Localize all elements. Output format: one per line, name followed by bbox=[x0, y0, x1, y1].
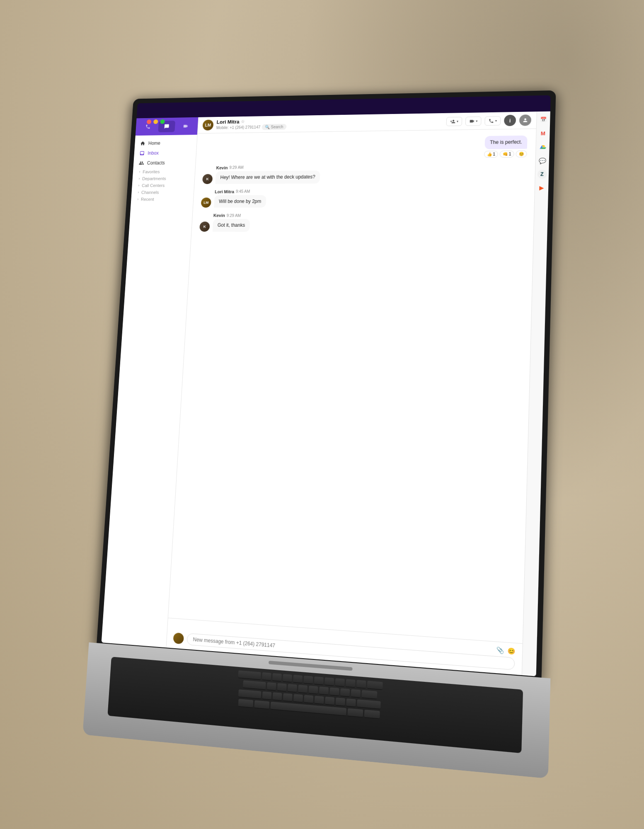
key-g bbox=[308, 686, 318, 694]
key-l bbox=[351, 689, 360, 698]
nav-section-departments[interactable]: Departments bbox=[132, 175, 195, 182]
message-3-bubble: Will be done by 2pm bbox=[214, 195, 266, 208]
input-avatar bbox=[173, 633, 184, 644]
contact-subtitle: Mobile: +1 (264) 2791147 🔍 Search bbox=[216, 124, 286, 131]
right-icon-slides[interactable]: ▶ bbox=[536, 183, 547, 193]
video-call-icon bbox=[469, 119, 475, 124]
sidebar-item-contacts[interactable]: Contacts bbox=[133, 158, 196, 168]
key-o bbox=[346, 679, 355, 688]
phone-icon bbox=[145, 124, 151, 129]
keyboard-area bbox=[107, 657, 523, 753]
key-d bbox=[287, 684, 297, 693]
phone-call-icon bbox=[488, 118, 494, 124]
key-c bbox=[283, 693, 293, 702]
traffic-light-red[interactable] bbox=[147, 119, 152, 124]
recent-label: Recent bbox=[141, 197, 154, 201]
phone-chevron: ▾ bbox=[495, 119, 497, 123]
right-icon-hangouts[interactable]: 💬 bbox=[537, 156, 548, 166]
nav-section-favorites[interactable]: Favorites bbox=[133, 167, 195, 175]
message-2-bubble: Hey! Where are we at with the deck updat… bbox=[215, 170, 320, 184]
laptop-screen-bezel: Home Inbox Contacts F bbox=[97, 90, 556, 682]
add-person-icon bbox=[450, 119, 455, 124]
sidebar-nav: Home Inbox Contacts F bbox=[131, 135, 197, 205]
right-icon-zendesk[interactable]: Z bbox=[537, 170, 547, 179]
contacts-label: Contacts bbox=[147, 160, 165, 166]
message-2-avatar: K bbox=[202, 174, 213, 184]
video-call-button[interactable]: ▾ bbox=[465, 116, 482, 126]
main-content: LM Lori Mitra ☆ Mobile: +1 (264) 2791147 bbox=[166, 112, 536, 675]
traffic-light-green[interactable] bbox=[160, 119, 165, 124]
message-1-reactions: 👍 1 👊 1 😊 bbox=[484, 150, 527, 158]
chevron-right-recent-icon bbox=[136, 198, 140, 201]
sidebar-tab-video[interactable] bbox=[177, 120, 194, 132]
message-3: LM Lori Mitra 9:45 AM Will be done by 2p… bbox=[201, 188, 526, 208]
screen-content: Home Inbox Contacts F bbox=[102, 112, 550, 676]
key-period bbox=[346, 698, 356, 707]
message-2-header: Kevin 9:29 AM bbox=[216, 165, 320, 170]
key-y bbox=[314, 676, 324, 685]
contact-avatar: LM bbox=[202, 120, 213, 131]
inbox-label: Inbox bbox=[148, 150, 159, 156]
add-participant-button[interactable]: ▾ bbox=[446, 116, 462, 126]
key-shift-r bbox=[357, 699, 381, 709]
key-p bbox=[356, 680, 366, 688]
reaction-smile[interactable]: 😊 bbox=[516, 150, 527, 158]
info-button[interactable]: i bbox=[504, 115, 516, 126]
right-icon-drive[interactable] bbox=[537, 142, 548, 152]
chevron-right-channels-icon bbox=[137, 191, 140, 194]
key-cmd-l bbox=[238, 699, 254, 708]
thumbsup-emoji: 👍 bbox=[487, 152, 492, 156]
key-h bbox=[319, 686, 328, 695]
key-e bbox=[283, 674, 292, 683]
key-m bbox=[325, 697, 334, 705]
key-comma bbox=[336, 698, 345, 706]
star-icon[interactable]: ☆ bbox=[241, 119, 245, 124]
right-icon-calendar[interactable]: 📅 bbox=[538, 114, 549, 124]
key-option-l bbox=[254, 700, 269, 709]
nav-section-callcenters[interactable]: Call Centers bbox=[132, 182, 194, 189]
reaction-fist[interactable]: 👊 1 bbox=[500, 150, 514, 158]
key-f bbox=[298, 685, 307, 693]
message-3-content: Lori Mitra 9:45 AM Will be done by 2pm bbox=[214, 189, 266, 208]
key-r bbox=[293, 675, 303, 684]
drive-icon bbox=[539, 143, 547, 151]
app-layout: Home Inbox Contacts F bbox=[102, 112, 550, 676]
search-icon-small: 🔍 bbox=[265, 125, 270, 129]
key-cmd-r bbox=[364, 710, 380, 719]
message-4: K Kevin 9:29 AM Got it, thanks bbox=[199, 213, 525, 233]
sidebar-item-home[interactable]: Home bbox=[135, 138, 197, 148]
key-q bbox=[262, 672, 271, 681]
emoji-picker-icon[interactable]: 😊 bbox=[507, 647, 515, 655]
search-pill[interactable]: 🔍 Search bbox=[262, 124, 287, 130]
message-1-bubble: The is perfect. bbox=[484, 136, 527, 149]
profile-icon bbox=[522, 117, 528, 123]
key-u bbox=[324, 677, 334, 686]
traffic-light-yellow[interactable] bbox=[153, 119, 158, 124]
sidebar-item-inbox[interactable]: Inbox bbox=[134, 148, 196, 158]
chevron-right-departments-icon bbox=[138, 177, 141, 180]
laptop-wrapper: Home Inbox Contacts F bbox=[82, 90, 564, 779]
right-icon-gmail[interactable]: M bbox=[538, 128, 548, 138]
message-2: K Kevin 9:29 AM Hey! Where are we at wit… bbox=[202, 163, 527, 184]
contacts-icon bbox=[139, 160, 144, 166]
contact-header: LM Lori Mitra ☆ Mobile: +1 (264) 2791147 bbox=[202, 118, 287, 131]
key-w bbox=[272, 673, 282, 682]
nav-section-channels[interactable]: Channels bbox=[131, 188, 194, 195]
profile-button[interactable] bbox=[519, 114, 532, 126]
chat-area: The is perfect. 👍 1 👊 1 bbox=[168, 129, 536, 643]
message-icon bbox=[164, 124, 169, 129]
phone-call-button[interactable]: ▾ bbox=[484, 116, 501, 126]
key-x bbox=[273, 692, 282, 701]
key-shift-l bbox=[238, 689, 261, 699]
attachment-icon[interactable]: 📎 bbox=[496, 646, 504, 654]
fist-emoji: 👊 bbox=[503, 152, 508, 156]
key-enter bbox=[361, 690, 377, 699]
key-s bbox=[277, 683, 286, 692]
key-b bbox=[304, 695, 313, 703]
key-backspace bbox=[367, 681, 383, 690]
nav-section-recent[interactable]: Recent bbox=[131, 195, 194, 202]
message-4-content: Kevin 9:29 AM Got it, thanks bbox=[213, 213, 250, 232]
reaction-thumbsup[interactable]: 👍 1 bbox=[484, 150, 499, 158]
callcenters-label: Call Centers bbox=[142, 183, 165, 188]
message-3-avatar: LM bbox=[201, 198, 211, 208]
